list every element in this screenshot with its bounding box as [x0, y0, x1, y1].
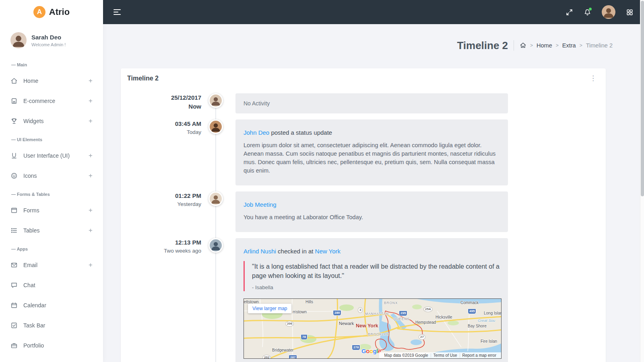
- breadcrumb-separator: >: [580, 43, 582, 48]
- notifications-button[interactable]: [584, 8, 591, 16]
- road-shield: 278: [352, 345, 360, 350]
- user-link[interactable]: John Deo: [244, 129, 269, 136]
- sidebar-item-user-interface[interactable]: User Interface (UI) +: [0, 146, 103, 166]
- timeline-entry: 12:13 PM Two weeks ago Arlind Nushi chec…: [129, 238, 598, 362]
- timeline-avatar: [208, 93, 223, 108]
- brand-name: Atrio: [49, 7, 70, 17]
- notification-dot: [589, 8, 592, 10]
- main-content: Timeline 2 > Home > Extra > Timeline 2 T…: [103, 0, 644, 362]
- expand-plus-icon: +: [89, 172, 93, 180]
- calendar-icon: [10, 302, 18, 309]
- map-label: Newark: [339, 321, 354, 326]
- user-link[interactable]: Arlind Nushi: [244, 248, 276, 255]
- menu-toggle-button[interactable]: [114, 8, 121, 16]
- sidebar-item-email[interactable]: Email +: [0, 255, 103, 275]
- activity-title: John Deo posted a status update: [244, 129, 500, 136]
- topbar-avatar[interactable]: [602, 5, 615, 19]
- sidebar: A Atrio Sarah Deo Welcome Admin ! — Main…: [0, 0, 103, 362]
- sidebar-item-home[interactable]: Home +: [0, 71, 103, 91]
- timeline: 25/12/2017 Now No Activity 03:45 AM Toda…: [121, 85, 606, 362]
- timeline-avatar: [208, 238, 223, 253]
- sidebar-item-forms[interactable]: Forms +: [0, 200, 103, 220]
- road-shield: 280: [333, 310, 341, 316]
- expand-plus-icon: +: [89, 97, 93, 105]
- timeline-timestamp: 12:13 PM Two weeks ago: [129, 238, 201, 362]
- map-label: Long Islan: [484, 311, 502, 315]
- topbar: [103, 0, 644, 24]
- scrollbar-track[interactable]: [640, 0, 644, 362]
- google-logo[interactable]: Google: [361, 348, 381, 354]
- view-larger-map-link[interactable]: View larger map: [248, 304, 291, 313]
- sidebar-item-portfolio[interactable]: Portfolio: [0, 335, 103, 356]
- sidebar-item-task-bar[interactable]: Task Bar: [0, 315, 103, 335]
- user-welcome: Welcome Admin !: [31, 42, 66, 47]
- map-label: Commack: [460, 300, 479, 305]
- sidebar-item-icons[interactable]: Icons +: [0, 166, 103, 186]
- sidebar-item-label: Chat: [23, 282, 93, 288]
- map-attribution: Map data ©2019 Google Terms of Use Repor…: [379, 352, 501, 358]
- location-link[interactable]: New York: [315, 248, 341, 255]
- map-label: Hicksville: [436, 315, 452, 319]
- sidebar-item-ecommerce[interactable]: E-commerce +: [0, 91, 103, 111]
- google-map-embed[interactable]: View larger map Kettstown Hills rristown…: [244, 298, 502, 359]
- expand-plus-icon: +: [89, 117, 93, 125]
- terms-of-use-link[interactable]: Terms of Use: [431, 353, 460, 358]
- sidebar-item-calendar[interactable]: Calendar: [0, 295, 103, 315]
- road-shield: 78: [301, 334, 308, 340]
- expand-plus-icon: +: [89, 261, 93, 269]
- breadcrumb: > Home > Extra > Timeline 2: [520, 42, 613, 49]
- scrollbar-thumb[interactable]: [641, 1, 644, 196]
- chat-bubble-icon: [10, 282, 18, 289]
- section-label-apps: — Apps: [0, 241, 103, 255]
- map-label: Bay Shore: [468, 324, 487, 328]
- report-map-error-link[interactable]: Report a map error: [460, 353, 499, 358]
- map-label: rristown: [293, 310, 307, 314]
- road-shield: 27: [419, 334, 425, 340]
- fullscreen-button[interactable]: [566, 8, 573, 16]
- road-shield: 295: [399, 311, 407, 316]
- road-shield: 202: [262, 355, 271, 359]
- sidebar-item-widgets[interactable]: Widgets +: [0, 111, 103, 131]
- user-name: Sarah Deo: [31, 34, 66, 41]
- page-header: Timeline 2 > Home > Extra > Timeline 2: [103, 24, 644, 58]
- briefcase-icon: [10, 342, 18, 349]
- checkbox-icon: [10, 322, 18, 329]
- sidebar-item-chat[interactable]: Chat: [0, 275, 103, 295]
- timeline-timestamp: 01:22 PM Yesterday: [129, 191, 201, 232]
- user-avatar[interactable]: [10, 32, 27, 48]
- header-divider: [514, 40, 514, 51]
- map-label: Hills: [305, 300, 313, 304]
- breadcrumb-home[interactable]: Home: [537, 42, 552, 49]
- map-label: Great Sou: [478, 318, 495, 323]
- sidebar-item-label: Task Bar: [23, 322, 93, 329]
- timeline-avatar: [208, 191, 223, 206]
- brand-logo[interactable]: A Atrio: [0, 0, 103, 24]
- breadcrumb-separator: >: [530, 43, 533, 48]
- smiley-icon: [10, 172, 18, 179]
- sidebar-item-label: Calendar: [23, 302, 93, 309]
- breadcrumb-extra[interactable]: Extra: [562, 42, 576, 49]
- ui-icon: [10, 152, 18, 159]
- map-label: New York: [356, 323, 378, 329]
- timeline-activity-box: No Activity: [235, 93, 508, 113]
- event-link[interactable]: Job Meeting: [244, 201, 277, 208]
- map-data-text: Map data ©2019 Google: [382, 353, 430, 358]
- section-label-main: — Main: [0, 56, 103, 71]
- sidebar-item-label: Portfolio: [23, 342, 93, 349]
- apps-grid-button[interactable]: [626, 8, 634, 16]
- expand-plus-icon: +: [89, 206, 93, 214]
- kebab-menu-icon[interactable]: ⋮: [588, 74, 599, 82]
- brand-logo-icon: A: [33, 6, 45, 18]
- section-label-forms-tables: — Forms & Tables: [0, 186, 103, 200]
- activity-body: You have a meeting at Laborator Office T…: [244, 213, 500, 222]
- timeline-activity-box: John Deo posted a status update Lorem ip…: [235, 119, 508, 185]
- expand-plus-icon: +: [89, 152, 93, 160]
- sidebar-item-label: E-commerce: [23, 98, 89, 104]
- timeline-card: Timeline 2 ⋮ 25/12/2017 Now No Activity: [121, 68, 606, 362]
- sidebar-item-tables[interactable]: Tables +: [0, 220, 103, 241]
- road-shield: 495: [468, 309, 476, 314]
- award-icon: [10, 117, 18, 125]
- list-icon: [10, 227, 18, 234]
- sidebar-nav: — Main Home + E-commerce + Widgets + — U…: [0, 56, 103, 356]
- home-icon[interactable]: [520, 42, 526, 49]
